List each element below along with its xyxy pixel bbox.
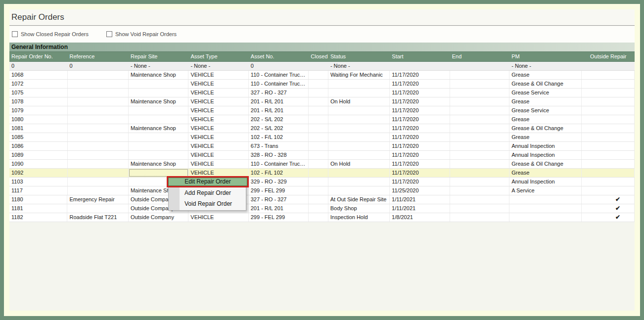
table-cell[interactable]: Grease Service xyxy=(509,106,582,115)
table-cell[interactable]: Inspection Hold xyxy=(328,213,390,222)
table-cell[interactable]: 1090 xyxy=(9,160,68,168)
table-cell[interactable]: Annual Inspection xyxy=(509,178,582,186)
column-header-asset-type[interactable]: Asset Type xyxy=(188,52,248,61)
table-cell[interactable] xyxy=(68,178,129,186)
table-cell[interactable]: At Out Side Repair Site xyxy=(328,195,390,204)
table-row[interactable]: 1072VEHICLE110 - Container Truc…11/17/20… xyxy=(9,80,635,89)
table-cell[interactable]: VEHICLE xyxy=(188,160,248,168)
table-cell[interactable]: Emergency Repair xyxy=(67,195,128,204)
column-header-status[interactable]: Status xyxy=(328,52,390,61)
table-cell[interactable] xyxy=(68,71,129,79)
table-row[interactable]: 1078Maintenance ShopVEHICLE201 - R/L 201… xyxy=(9,97,635,106)
table-cell[interactable]: 201 - R/L 201 xyxy=(249,106,309,115)
table-cell[interactable] xyxy=(68,186,129,195)
filter-cell-closed[interactable] xyxy=(309,62,328,70)
table-cell[interactable]: 11/17/2020 xyxy=(390,169,450,177)
table-cell[interactable] xyxy=(509,213,582,222)
table-cell[interactable]: 11/17/2020 xyxy=(390,151,450,159)
table-row[interactable]: 1090Maintenance ShopVEHICLE110 - Contain… xyxy=(9,160,635,169)
table-cell[interactable] xyxy=(309,204,328,213)
table-row[interactable]: 1180Emergency RepairOutside CompanyVEHIC… xyxy=(9,195,635,204)
show-closed-filter[interactable]: Show Closed Repair Orders xyxy=(12,31,89,37)
table-cell[interactable] xyxy=(309,115,328,124)
table-cell[interactable]: VEHICLE xyxy=(188,115,248,124)
table-cell[interactable]: Grease & Oil Change xyxy=(509,80,582,88)
table-cell[interactable]: 299 - FEL 299 xyxy=(249,186,309,195)
table-cell[interactable]: 1/8/2021 xyxy=(390,213,450,222)
table-cell[interactable] xyxy=(309,195,328,204)
table-cell[interactable] xyxy=(309,186,328,195)
table-cell[interactable]: VEHICLE xyxy=(188,133,248,141)
table-cell[interactable]: 1103 xyxy=(9,178,68,186)
table-cell[interactable] xyxy=(328,80,390,88)
table-cell[interactable]: 329 - RO - 329 xyxy=(249,178,309,186)
table-cell[interactable] xyxy=(68,115,129,124)
table-cell[interactable] xyxy=(450,89,509,97)
table-cell[interactable] xyxy=(129,80,188,88)
table-cell[interactable]: VEHICLE xyxy=(188,106,248,115)
table-cell[interactable] xyxy=(68,160,129,168)
table-cell[interactable]: Roadside Flat T221 xyxy=(67,213,128,222)
table-cell[interactable]: 11/17/2020 xyxy=(390,80,450,88)
table-cell[interactable] xyxy=(450,160,509,168)
table-cell[interactable]: VEHICLE xyxy=(188,80,248,88)
table-cell[interactable] xyxy=(309,80,328,88)
table-cell[interactable]: Annual Inspection xyxy=(509,151,582,159)
table-row[interactable]: 1081Maintenance ShopVEHICLE202 - S/L 202… xyxy=(9,124,635,133)
table-row[interactable]: 1086VEHICLE673 - Trans11/17/2020Annual I… xyxy=(9,142,635,151)
table-cell[interactable] xyxy=(582,89,635,97)
table-cell[interactable] xyxy=(309,213,328,222)
column-header-repair-order-no[interactable]: Repair Order No. xyxy=(9,52,68,61)
table-cell[interactable]: 1072 xyxy=(9,80,68,88)
filter-cell-repair-site[interactable]: - None - xyxy=(129,62,188,70)
table-cell[interactable] xyxy=(582,115,635,124)
table-cell[interactable]: 110 - Container Truc… xyxy=(249,71,309,79)
table-cell[interactable] xyxy=(68,106,129,115)
table-cell[interactable] xyxy=(450,151,509,159)
table-cell[interactable]: VEHICLE xyxy=(188,124,248,133)
table-cell[interactable] xyxy=(328,124,390,133)
table-cell[interactable]: 1180 xyxy=(9,195,67,204)
table-cell[interactable]: 11/17/2020 xyxy=(390,133,450,141)
table-cell[interactable] xyxy=(309,89,328,97)
table-cell[interactable] xyxy=(450,204,509,213)
table-cell[interactable] xyxy=(582,142,635,150)
table-cell[interactable]: 673 - Trans xyxy=(249,142,309,150)
table-cell[interactable]: 1117 xyxy=(9,186,68,195)
outside-repair-check-icon[interactable]: ✔ xyxy=(582,204,635,213)
table-cell[interactable]: Maintenance Shop xyxy=(129,97,188,106)
table-cell[interactable]: 11/17/2020 xyxy=(390,97,450,106)
column-header-closed[interactable]: Closed xyxy=(309,52,328,61)
table-cell[interactable] xyxy=(67,204,128,213)
table-cell[interactable] xyxy=(450,133,509,141)
table-row[interactable]: 1075VEHICLE327 - RO - 32711/17/2020Greas… xyxy=(9,89,635,97)
table-cell[interactable] xyxy=(309,160,328,168)
table-row[interactable]: 1089VEHICLE328 - RO - 32811/17/2020Annua… xyxy=(9,151,635,160)
table-cell[interactable]: 11/25/2020 xyxy=(390,186,450,195)
table-cell[interactable] xyxy=(450,213,509,222)
filter-cell-end[interactable] xyxy=(450,62,509,70)
table-cell[interactable]: Grease xyxy=(509,97,582,106)
table-cell[interactable]: 11/17/2020 xyxy=(390,71,450,79)
table-cell[interactable]: 102 - F/L 102 xyxy=(249,133,309,141)
table-cell[interactable]: 11/17/2020 xyxy=(390,124,450,133)
table-cell[interactable] xyxy=(450,195,509,204)
table-cell[interactable]: Grease xyxy=(509,133,582,141)
outside-repair-check-icon[interactable]: ✔ xyxy=(582,195,635,204)
table-cell[interactable]: 102 - F/L 102 xyxy=(249,169,309,177)
table-cell[interactable] xyxy=(450,169,509,177)
column-header-start[interactable]: Start xyxy=(390,52,450,61)
filter-cell-status[interactable]: - None - xyxy=(328,62,390,70)
table-cell[interactable] xyxy=(328,178,390,186)
table-cell[interactable]: 327 - RO - 327 xyxy=(249,195,309,204)
table-cell[interactable] xyxy=(450,106,509,115)
table-cell[interactable]: 201 - R/L 201 xyxy=(249,204,309,213)
filter-cell-repair-order-no[interactable]: 0 xyxy=(9,62,68,70)
table-cell[interactable]: VEHICLE xyxy=(188,97,248,106)
table-cell[interactable] xyxy=(328,133,390,141)
show-void-filter[interactable]: Show Void Repair Orders xyxy=(106,31,177,37)
table-cell[interactable]: 110 - Container Truc… xyxy=(249,80,309,88)
table-cell[interactable] xyxy=(582,160,635,168)
table-cell[interactable] xyxy=(582,186,635,195)
table-cell[interactable] xyxy=(309,169,328,177)
